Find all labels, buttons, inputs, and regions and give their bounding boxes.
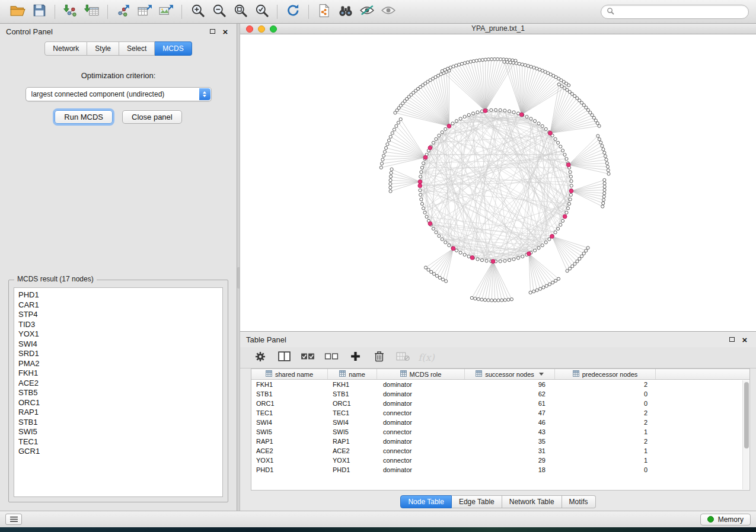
import-network-button[interactable] [60,3,81,21]
tab-select[interactable]: Select [119,41,155,56]
optimization-criterion-select[interactable]: largest connected component (undirected) [25,87,212,101]
mcds-result-item[interactable]: STB5 [18,388,218,398]
mcds-result-item[interactable]: ORC1 [18,398,218,408]
search-box [601,5,749,19]
table-row[interactable]: FKH1FKH1dominator962 [251,380,749,389]
search-input[interactable] [618,8,743,16]
scrollbar-thumb[interactable] [744,382,749,448]
tab-network[interactable]: Network [44,41,87,56]
memory-button[interactable]: Memory [700,514,751,525]
table-row[interactable]: RAP1RAP1dominator352 [251,437,749,446]
table-settings-button[interactable] [253,351,267,365]
zoom-selected-button[interactable] [251,3,272,21]
table-cell-successor-nodes: 18 [465,465,555,475]
table-row[interactable]: TEC1TEC1connector472 [251,408,749,418]
table-row[interactable]: STB1STB1dominator620 [251,389,749,399]
mcds-result-item[interactable]: STB1 [18,418,218,428]
mcds-result-item[interactable]: RAP1 [18,408,218,418]
network-window-titlebar[interactable]: YPA_prune.txt_1 [240,24,756,34]
hide-graphics-button[interactable] [356,3,378,21]
open-file-button[interactable] [7,3,28,21]
zoom-in-button[interactable] [187,3,208,21]
delete-column-button[interactable] [372,351,386,365]
column-header-name[interactable]: name [328,369,377,379]
run-mcds-button[interactable]: Run MCDS [55,110,113,124]
save-session-button[interactable] [28,3,50,21]
table-row[interactable]: ACE2ACE2connector311 [251,446,749,456]
main-toolbar [0,0,756,24]
column-type-icon [573,370,579,378]
select-all-button[interactable] [301,351,315,365]
zoom-fit-button[interactable] [229,3,251,21]
mcds-result-item[interactable]: STP4 [18,310,218,320]
column-type-icon [339,370,346,378]
export-network-button[interactable] [113,3,134,21]
mcds-result-item[interactable]: SRD1 [18,349,218,359]
mcds-result-item[interactable]: CAR1 [18,300,218,310]
add-column-button[interactable] [348,351,362,365]
binoculars-icon [338,4,353,20]
table-row[interactable]: SWI4SWI4dominator462 [251,418,749,427]
table-row[interactable]: PHD1PHD1dominator180 [251,465,749,475]
node-table: shared name name MCDS role successo [251,368,750,491]
zoom-out-button[interactable] [208,3,229,21]
table-cell-shared-name: PHD1 [251,465,328,475]
window-zoom-button[interactable] [270,25,277,33]
import-table-icon [84,4,100,20]
tab-style[interactable]: Style [87,41,119,56]
find-button[interactable] [335,3,356,21]
import-table-button[interactable] [81,3,103,21]
show-columns-button[interactable] [277,351,291,365]
tab-motifs[interactable]: Motifs [562,495,596,508]
table-row[interactable]: SWI5SWI5connector431 [251,427,749,437]
column-header-successor-nodes[interactable]: successor nodes [465,369,555,379]
deselect-all-button[interactable] [324,351,339,365]
network-document-button[interactable] [314,3,335,21]
tab-network-table[interactable]: Network Table [502,495,562,508]
column-type-icon [266,370,272,378]
mcds-result-list[interactable]: PHD1CAR1STP4TID3YOX1SWI4SRD1PMA2FKH1ACE2… [14,287,223,497]
mcds-result-item[interactable]: SWI4 [18,339,218,350]
close-mcds-panel-button[interactable]: Close panel [122,110,182,124]
tab-mcds[interactable]: MCDS [155,41,192,56]
table-cell-successor-nodes: 29 [465,456,555,465]
float-table-panel-button[interactable] [726,334,737,345]
mcds-result-item[interactable]: PHD1 [18,290,218,300]
float-icon [210,29,215,34]
column-header-shared-name[interactable]: shared name [251,369,328,379]
mcds-result-item[interactable]: ACE2 [18,379,218,389]
window-close-button[interactable] [246,25,253,33]
tab-node-table[interactable]: Node Table [400,495,452,508]
mcds-result-item[interactable]: TID3 [18,320,218,330]
column-header-mcds-role[interactable]: MCDS role [377,369,465,379]
export-image-button[interactable] [155,3,177,21]
mcds-result-item[interactable]: FKH1 [18,368,218,379]
table-row[interactable]: ORC1ORC1dominator610 [251,399,749,408]
apply-layout-button[interactable] [282,3,304,21]
window-minimize-button[interactable] [258,25,265,33]
tab-edge-table[interactable]: Edge Table [452,495,502,508]
network-canvas[interactable] [240,34,756,331]
mcds-result-item[interactable]: GCR1 [18,447,218,457]
table-row[interactable]: YOX1YOX1connector291 [251,456,749,465]
table-cell-name: PHD1 [328,465,377,475]
task-history-button[interactable] [5,514,22,525]
gear-icon [254,351,266,365]
table-cell-mcds-role: connector [377,456,465,465]
table-cell-successor-nodes: 96 [465,380,555,389]
node-table-header: shared name name MCDS role successo [251,369,749,380]
export-table-button[interactable] [134,3,155,21]
close-table-panel-button[interactable]: × [739,334,750,345]
column-header-predecessor-nodes[interactable]: predecessor nodes [555,369,656,379]
mcds-result-item[interactable]: TEC1 [18,437,218,447]
mcds-result-item[interactable]: YOX1 [18,329,218,339]
table-cell-successor-nodes: 35 [465,437,555,446]
table-toolbar: f(x) [240,347,756,368]
mcds-result-item[interactable]: PMA2 [18,359,218,369]
mcds-result-item[interactable]: SWI5 [18,427,218,437]
table-scrollbar[interactable] [742,380,749,489]
float-panel-button[interactable] [207,26,218,37]
table-cell-predecessor-nodes: 1 [555,446,656,456]
show-graphics-button[interactable] [378,3,399,21]
close-panel-button[interactable]: × [220,26,231,37]
